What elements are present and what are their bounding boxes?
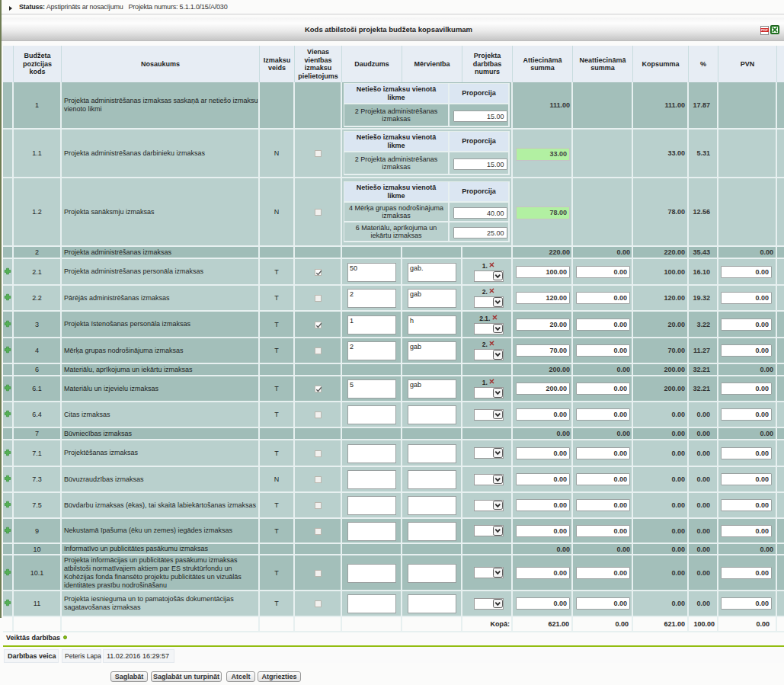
svg-text:PDF: PDF [761, 28, 768, 32]
